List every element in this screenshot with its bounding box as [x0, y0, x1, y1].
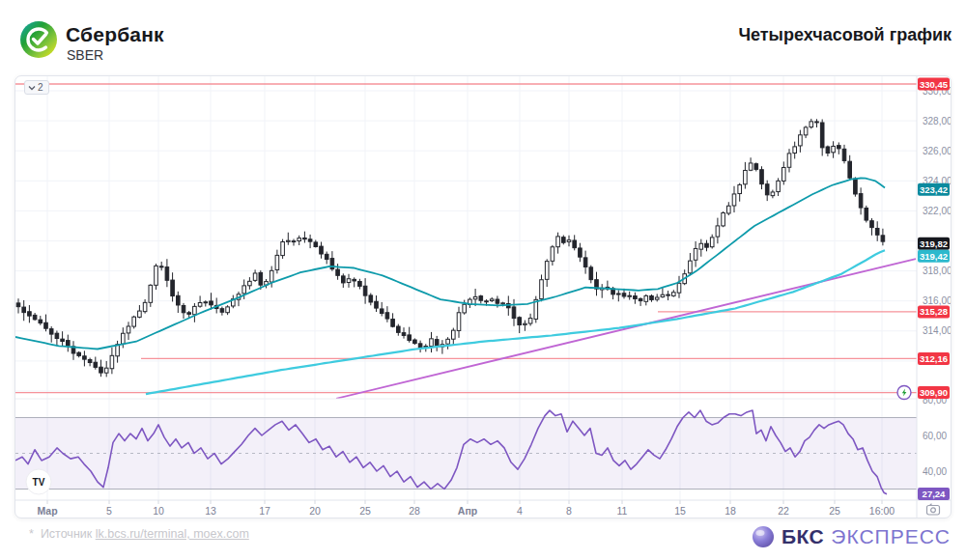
candle-body — [320, 246, 324, 254]
candle-body — [67, 341, 71, 346]
price-scale[interactable]: 330,00328,00326,00324,00322,00318,00316,… — [923, 86, 951, 477]
price-label: 323,42 — [920, 184, 948, 195]
rsi-band — [15, 418, 917, 490]
page: Сбербанк SBER Четырехчасовой график 2 33… — [0, 0, 966, 560]
candles — [16, 119, 884, 377]
candle-body — [457, 313, 461, 331]
camera-lens — [931, 508, 936, 513]
candle-body — [358, 281, 362, 286]
candle-body — [661, 294, 665, 296]
price-label: 330,45 — [920, 79, 949, 90]
candle-body — [303, 238, 307, 238]
candle-body — [589, 267, 593, 280]
candle-body — [540, 280, 544, 299]
candle-body — [512, 307, 516, 319]
candle-body — [127, 326, 130, 333]
candle-body — [171, 280, 175, 295]
candle-body — [353, 279, 356, 281]
candle-body — [496, 299, 499, 303]
candle-body — [408, 335, 412, 341]
candle-body — [165, 267, 169, 281]
candle-body — [667, 294, 670, 295]
price-tick-label: 314,00 — [923, 325, 951, 336]
source-link[interactable]: lk.bcs.ru/terminal, moex.com — [96, 527, 249, 541]
tv-logo-glyph: TV — [33, 477, 45, 488]
candle-body — [854, 179, 858, 194]
chart-panel[interactable]: 2 330,00328,00326,00324,00322,00318,0031… — [14, 75, 952, 518]
candle-body — [347, 279, 351, 283]
candle-body — [485, 301, 489, 302]
ma-slow-line — [146, 250, 885, 394]
candle-body — [865, 208, 868, 220]
candle-body — [55, 333, 59, 338]
candle-body — [765, 184, 769, 195]
tradingview-logo[interactable]: TV — [26, 469, 51, 494]
candle-body — [573, 240, 577, 248]
candle-body — [518, 318, 522, 325]
time-tick-label: 11 — [617, 505, 628, 517]
candle-body — [722, 212, 725, 225]
alert-badge[interactable] — [897, 386, 911, 400]
chevron-down-icon — [28, 84, 36, 92]
candle-body — [430, 339, 434, 347]
time-tick-label: 16:00 — [869, 505, 895, 517]
candle-body — [253, 273, 257, 280]
price-label: 319,42 — [920, 251, 948, 262]
time-tick-label: 22 — [778, 505, 789, 517]
candle-body — [628, 295, 632, 296]
candle-body — [16, 303, 20, 307]
price-tick-label: 40,00 — [923, 466, 947, 477]
candle-body — [473, 296, 477, 298]
candle-body — [567, 240, 571, 242]
indicators-collapse-badge[interactable]: 2 — [24, 80, 49, 95]
candle-body — [182, 305, 185, 312]
candle-body — [804, 127, 808, 135]
camera-icon[interactable] — [927, 504, 940, 515]
candle-body — [122, 333, 126, 344]
candle-body — [689, 261, 693, 273]
trendline[interactable] — [336, 259, 916, 399]
candle-body — [793, 147, 797, 154]
candle-body — [501, 303, 505, 304]
candle-body — [242, 286, 246, 294]
candle-body — [881, 236, 885, 241]
candle-body — [342, 276, 346, 283]
candle-body — [672, 293, 676, 296]
candle-body — [617, 294, 621, 294]
bks-sphere-icon — [752, 525, 775, 548]
candle-body — [870, 221, 874, 228]
source-label: Источник — [41, 527, 96, 541]
candle-body — [699, 243, 703, 249]
price-tick-label: 316,00 — [923, 295, 951, 306]
candle-body — [187, 313, 191, 315]
candle-body — [397, 326, 401, 332]
candle-body — [622, 294, 626, 296]
candle-body — [842, 149, 846, 160]
candle-body — [875, 228, 879, 235]
time-scale[interactable]: Мар5101317202528Апр48111518222516:00 — [37, 500, 895, 517]
candle-body — [149, 285, 153, 302]
chart-canvas[interactable]: 330,00328,00326,00324,00322,00318,00316,… — [15, 76, 951, 518]
candle-body — [28, 312, 32, 316]
ma-fast-line — [15, 179, 885, 350]
candle-body — [198, 303, 202, 307]
time-tick-label: 8 — [566, 505, 572, 517]
candle-body — [402, 333, 406, 336]
time-tick-label: 10 — [153, 505, 164, 517]
candle-body — [562, 238, 566, 243]
candle-body — [732, 194, 736, 206]
time-tick-label: 18 — [724, 505, 736, 517]
candle-body — [634, 296, 638, 299]
candle-body — [832, 146, 836, 152]
candle-body — [248, 281, 252, 286]
time-tick-label: 20 — [309, 505, 321, 517]
time-tick-label: Мар — [37, 505, 57, 517]
candle-body — [259, 272, 263, 285]
candle-body — [583, 258, 587, 267]
price-label: 315,28 — [920, 306, 948, 317]
chart-type-title: Четырехчасовой график — [738, 25, 952, 45]
candle-body — [556, 237, 560, 247]
candle-body — [777, 181, 781, 191]
price-label: 319,82 — [920, 238, 948, 249]
candle-body — [838, 146, 841, 149]
